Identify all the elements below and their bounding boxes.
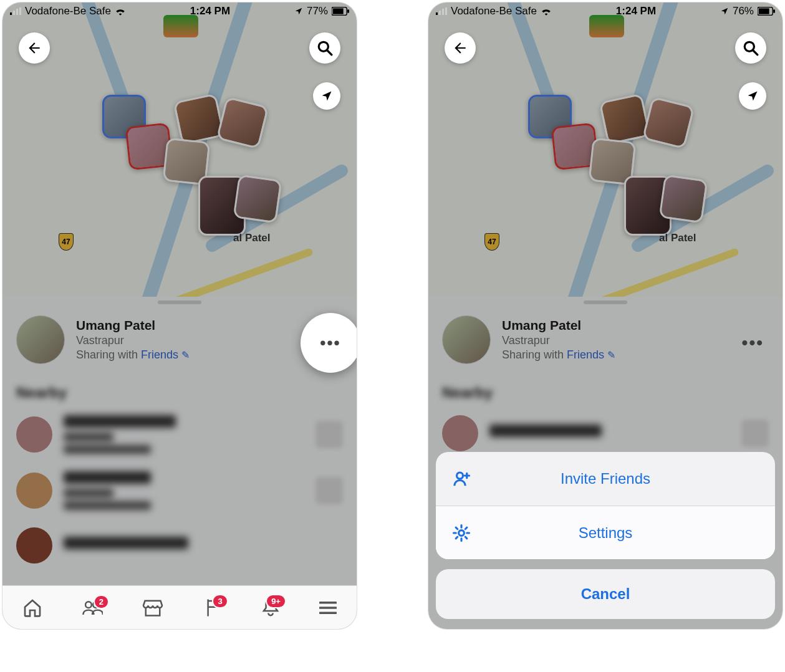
location-icon [720,7,729,16]
sharing-audience-link[interactable]: Friends [567,348,604,361]
location-icon [294,7,303,16]
screenshot-right: Vodafone-Be Safe 1:24 PM 76% 47 al Patel [428,2,783,629]
tab-groups[interactable]: 3 [203,598,222,618]
more-options-button[interactable]: ••• [301,313,357,373]
bottom-sheet[interactable]: Umang Patel Vastrapur Sharing with Frien… [2,297,357,629]
search-button[interactable] [309,32,340,64]
action-label: Cancel [581,585,630,602]
tab-home[interactable] [22,598,42,618]
battery-percent: 76% [733,5,754,17]
arrow-left-icon [26,40,42,56]
sheet-grabber[interactable] [584,300,627,304]
map-friend-label: al Patel [659,232,696,244]
nearby-map[interactable]: 47 al Patel [2,2,357,302]
profile-avatar[interactable] [442,315,491,364]
map-friend-pin[interactable] [173,93,224,145]
wifi-icon [541,7,552,16]
nearby-friend-row[interactable] [16,519,343,572]
map-friend-pin[interactable] [216,97,269,150]
svg-point-19 [459,530,465,535]
action-invite-friends[interactable]: Invite Friends [436,452,775,506]
map-user-pin-top[interactable] [163,15,198,37]
svg-point-5 [85,602,92,608]
highway-shield: 47 [484,233,499,251]
sharing-label: Sharing with Friends ✎ [502,348,615,362]
more-options-button[interactable]: ••• [742,333,764,353]
compass-icon [746,90,759,102]
marketplace-icon [142,598,163,617]
nearby-heading: Nearby [428,373,783,406]
pencil-icon[interactable]: ✎ [607,350,615,360]
nearby-map[interactable]: 47 al Patel [428,2,783,302]
profile-name: Umang Patel [502,318,615,333]
svg-rect-13 [773,9,775,13]
screenshot-left: Vodafone-Be Safe 1:24 PM 77% 47 al Patel [2,2,357,629]
tab-notifications[interactable]: 9+ [261,598,280,618]
svg-rect-2 [347,9,349,13]
action-sheet: Invite Friends Settings Cancel [436,452,775,619]
nearby-friend-row[interactable] [16,406,343,463]
action-settings[interactable]: Settings [436,506,775,559]
search-icon [743,40,759,56]
svg-rect-12 [759,8,769,14]
status-bar: Vodafone-Be Safe 1:24 PM 76% [428,2,783,17]
tab-marketplace[interactable] [142,598,163,617]
sharing-audience-link[interactable]: Friends [141,348,178,361]
sheet-grabber[interactable] [158,300,201,304]
sharing-label: Sharing with Friends ✎ [76,348,190,362]
carrier-label: Vodafone-Be Safe [451,5,537,17]
svg-line-4 [327,50,332,55]
map-user-pin-top[interactable] [589,15,624,37]
home-icon [22,598,42,618]
search-icon [317,40,333,56]
profile-name: Umang Patel [76,318,190,333]
map-friend-label: al Patel [233,232,271,244]
tab-menu[interactable] [319,601,337,615]
recenter-button[interactable] [313,82,340,110]
map-friend-pin[interactable] [233,174,282,223]
action-label: Invite Friends [561,470,650,487]
carrier-label: Vodafone-Be Safe [25,5,111,17]
battery-percent: 77% [307,5,328,17]
svg-rect-1 [333,8,344,14]
signal-icon [10,7,21,15]
highway-shield: 47 [59,233,74,251]
recenter-button[interactable] [739,82,766,110]
battery-icon [332,7,349,16]
invite-friends-icon [452,469,473,488]
profile-row: Umang Patel Vastrapur Sharing with Frien… [428,310,783,373]
back-button[interactable] [445,32,476,64]
notifications-badge: 9+ [266,594,286,608]
nearby-heading: Nearby [2,373,357,406]
tab-friends[interactable]: 2 [82,598,103,617]
hamburger-icon [319,601,337,615]
friends-badge: 2 [94,595,109,609]
wifi-icon [115,7,126,16]
back-button[interactable] [19,32,50,64]
profile-row: Umang Patel Vastrapur Sharing with Frien… [2,310,357,373]
svg-point-16 [457,473,463,479]
pencil-icon[interactable]: ✎ [181,350,190,360]
tab-bar: 2 3 9+ [2,585,357,629]
status-bar: Vodafone-Be Safe 1:24 PM 77% [2,2,357,17]
action-label: Settings [579,524,633,542]
map-friend-pin[interactable] [642,97,695,150]
battery-icon [758,7,775,16]
signal-icon [436,7,447,15]
profile-location: Vastrapur [502,334,615,347]
status-time: 1:24 PM [616,5,656,17]
map-friend-pin[interactable] [599,93,650,145]
profile-location: Vastrapur [76,334,190,347]
compass-icon [320,90,333,102]
status-time: 1:24 PM [190,5,230,17]
search-button[interactable] [735,32,766,64]
profile-avatar[interactable] [16,315,65,364]
action-cancel[interactable]: Cancel [436,569,775,619]
gear-icon [452,524,473,542]
arrow-left-icon [452,40,468,56]
groups-badge: 3 [212,594,228,608]
nearby-friend-row[interactable] [16,463,343,519]
map-friend-pin[interactable] [658,174,708,223]
svg-line-15 [753,50,758,55]
